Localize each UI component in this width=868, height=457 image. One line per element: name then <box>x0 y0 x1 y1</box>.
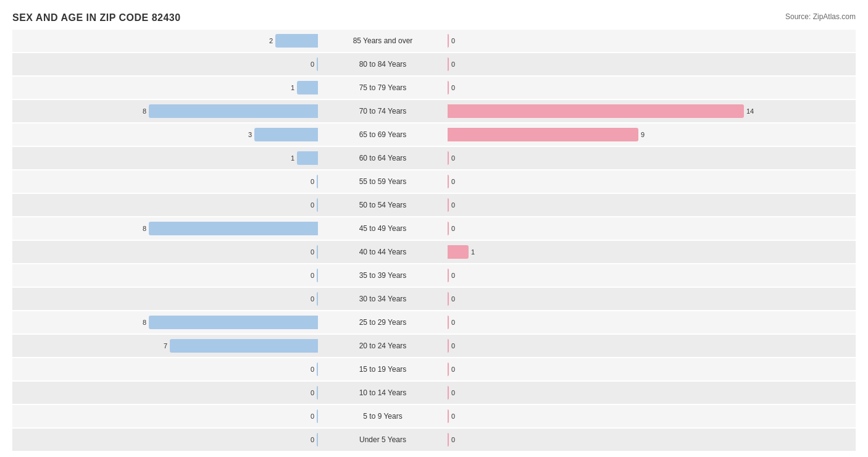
male-value: 0 <box>311 61 314 68</box>
chart-title: SEX AND AGE IN ZIP CODE 82430 <box>12 12 856 23</box>
male-bar: 0 <box>317 198 318 212</box>
left-section: 1 <box>12 77 321 99</box>
male-value: 8 <box>143 319 146 326</box>
age-label: 15 to 19 Years <box>321 365 444 374</box>
age-label: Under 5 Years <box>321 435 444 444</box>
female-value: 0 <box>451 389 455 396</box>
female-bar: 0 <box>448 198 449 212</box>
age-label: 20 to 24 Years <box>321 342 444 350</box>
male-bar: 8 <box>149 316 318 329</box>
left-section: 0 <box>12 53 321 75</box>
male-value: 0 <box>311 201 314 209</box>
female-value: 0 <box>451 413 455 420</box>
chart-container: SEX AND AGE IN ZIP CODE 82430 Source: Zi… <box>0 0 868 457</box>
male-bar: 0 <box>317 433 318 447</box>
male-bar: 0 <box>317 386 318 400</box>
bar-row: 0 10 to 14 Years 0 <box>12 382 856 404</box>
left-section: 7 <box>12 335 321 357</box>
age-label: 30 to 34 Years <box>321 295 444 303</box>
female-bar: 0 <box>448 151 449 165</box>
female-bar: 0 <box>448 363 449 376</box>
left-section: 8 <box>12 100 321 122</box>
bar-row: 0 55 to 59 Years 0 <box>12 170 856 193</box>
bar-row: 8 25 to 29 Years 0 <box>12 311 856 333</box>
left-section: 0 <box>12 405 321 427</box>
bar-row: 2 85 Years and over 0 <box>12 30 856 52</box>
male-value: 2 <box>269 37 273 44</box>
left-section: 0 <box>12 194 321 216</box>
age-label: 35 to 39 Years <box>321 271 444 280</box>
male-bar: 7 <box>170 339 318 353</box>
right-section: 0 <box>444 382 753 404</box>
female-bar: 0 <box>448 339 449 353</box>
right-section: 0 <box>444 147 753 169</box>
bar-row: 0 35 to 39 Years 0 <box>12 264 856 287</box>
age-label: 75 to 79 Years <box>321 83 444 92</box>
chart-area: 2 85 Years and over 0 0 80 to 84 Years 0 <box>12 30 856 413</box>
female-value: 0 <box>451 178 455 185</box>
right-section: 1 <box>444 241 753 263</box>
female-bar: 0 <box>448 292 449 306</box>
bar-row: 3 65 to 69 Years 9 <box>12 124 856 146</box>
female-value: 0 <box>451 37 455 44</box>
age-label: 25 to 29 Years <box>321 318 444 327</box>
female-bar: 1 <box>448 245 469 259</box>
bar-row: 0 40 to 44 Years 1 <box>12 241 856 263</box>
right-section: 0 <box>444 53 753 75</box>
age-label: 40 to 44 Years <box>321 248 444 256</box>
right-section: 0 <box>444 264 753 287</box>
female-bar: 0 <box>448 81 449 94</box>
age-label: 5 to 9 Years <box>321 412 444 421</box>
bar-row: 0 Under 5 Years 0 <box>12 429 856 451</box>
left-section: 0 <box>12 288 321 310</box>
female-value: 0 <box>451 366 455 373</box>
male-value: 3 <box>248 131 252 138</box>
age-label: 10 to 14 Years <box>321 388 444 397</box>
male-value: 0 <box>311 436 314 443</box>
left-section: 1 <box>12 147 321 169</box>
female-bar: 9 <box>448 128 638 141</box>
female-value: 0 <box>451 201 455 209</box>
female-bar: 0 <box>448 433 449 447</box>
female-value: 14 <box>746 107 754 115</box>
female-bar: 0 <box>448 316 449 329</box>
female-bar: 14 <box>448 104 744 118</box>
right-section: 0 <box>444 170 753 193</box>
bar-row: 0 15 to 19 Years 0 <box>12 358 856 380</box>
male-value: 0 <box>311 295 314 303</box>
female-bar: 0 <box>448 175 449 188</box>
bar-row: 0 5 to 9 Years 0 <box>12 405 856 427</box>
left-section: 0 <box>12 358 321 380</box>
bar-row: 1 60 to 64 Years 0 <box>12 147 856 169</box>
female-bar: 0 <box>448 386 449 400</box>
left-section: 8 <box>12 311 321 333</box>
age-label: 60 to 64 Years <box>321 154 444 162</box>
right-section: 0 <box>444 405 753 427</box>
female-value: 9 <box>641 131 645 138</box>
source-label: Source: ZipAtlas.com <box>785 12 856 21</box>
male-bar: 2 <box>275 34 318 48</box>
male-value: 7 <box>164 342 167 350</box>
female-bar: 0 <box>448 34 449 48</box>
bar-row: 0 50 to 54 Years 0 <box>12 194 856 216</box>
male-value: 8 <box>143 225 146 232</box>
female-value: 0 <box>451 295 455 303</box>
male-bar: 0 <box>317 245 318 259</box>
male-value: 1 <box>291 84 294 91</box>
male-value: 0 <box>311 272 314 279</box>
male-value: 1 <box>291 154 294 162</box>
left-section: 0 <box>12 264 321 287</box>
female-value: 0 <box>451 436 455 443</box>
female-value: 0 <box>451 319 455 326</box>
male-value: 0 <box>311 366 314 373</box>
male-bar: 3 <box>254 128 318 141</box>
male-bar: 1 <box>297 151 318 165</box>
female-value: 0 <box>451 84 455 91</box>
male-bar: 0 <box>317 363 318 376</box>
left-section: 0 <box>12 429 321 451</box>
male-bar: 8 <box>149 222 318 235</box>
female-bar: 0 <box>448 269 449 282</box>
female-value: 1 <box>471 248 475 256</box>
right-section: 0 <box>444 77 753 99</box>
female-bar: 0 <box>448 222 449 235</box>
